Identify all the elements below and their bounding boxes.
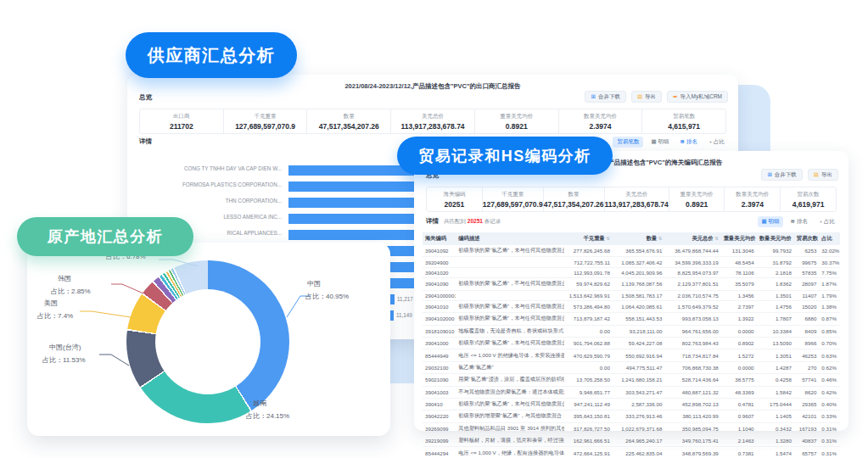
table-cell: 1.5272	[721, 349, 757, 361]
view-toggle-明细[interactable]: ▦明细	[758, 216, 782, 227]
export-button[interactable]: ▤导出	[631, 91, 662, 103]
table-cell: 48.5454	[721, 257, 757, 267]
sort-icon[interactable]: ⇅	[657, 236, 662, 241]
table-cell: 34,599,396,333.19	[664, 257, 720, 267]
table-row[interactable]: 39041020112,993,091.784,045,201,909.968,…	[423, 267, 840, 277]
table-cell: 2,129,377,801.51	[664, 278, 720, 290]
merge-download-button[interactable]: ⊞合并下载	[585, 91, 625, 103]
column-header-7[interactable]: 贸易次数 ⇅	[794, 232, 820, 245]
table-cell: 3918109010	[423, 325, 456, 337]
table-row[interactable]: 3904102000初级形状的聚“氯乙烯”，未与任何其他物质混合：悬浮级 PVC…	[423, 313, 840, 325]
sort-icon[interactable]: ⇅	[818, 236, 819, 241]
toggle-icon: ≣	[680, 138, 685, 145]
summary-stat-label: 重量美元均价	[680, 191, 714, 198]
table-cell: 塑料板材，片材，薄膜，箔片和条带，经过强化，层压，支撑或与其他..	[456, 435, 564, 447]
summary-stat-label: 贸易次数	[798, 191, 820, 198]
table-cell: 1,022,679,371.68	[613, 422, 665, 434]
table-cell: 0.4781	[721, 398, 757, 410]
detail-label: 详情	[139, 137, 152, 146]
table-cell: 85444294	[423, 447, 456, 458]
export-button[interactable]: ▤导出	[808, 169, 838, 181]
view-toggle-排名[interactable]: ≣排名	[787, 216, 811, 227]
overview-label: 总览	[139, 93, 152, 102]
table-cell: 162,961,666.51	[564, 435, 613, 447]
bar-category-label: CONG TY TNHH DAY VA CAP DIEN W...	[136, 165, 282, 171]
table-row[interactable]: 390410初级形式的聚“氯乙烯”，未与任何其他物质混合 + 未指明本级份量 +…	[423, 398, 840, 410]
table-cell: 39041020	[423, 267, 456, 277]
leader-taiwan	[99, 355, 129, 366]
column-header-3[interactable]: 数量 ⇅	[613, 232, 665, 245]
table-row[interactable]: 3918109010地板覆盖物，无论是否自粘，卷状或砖块形式，以及墙壁或天花板覆…	[423, 325, 840, 337]
toggle-label: 排名	[797, 218, 808, 226]
table-row[interactable]: 39269099其他塑料制品和品目 3901 至 3914 所列的其他材料制品（…	[423, 422, 840, 434]
summary-stat-value: 4,615,971	[668, 122, 700, 131]
table-row[interactable]: 39041092初级形状的聚“氯乙烯”，未与任何其他物质混合：其他：粉末277,…	[423, 245, 840, 257]
origin-summary-panel: 占比：6.78% 韩国 占比：2.85% 美国 占比：7.4% 中国(台湾) 占…	[27, 243, 390, 436]
view-toggle-占比[interactable]: ◔占比	[705, 137, 728, 148]
table-cell: 初级形式的聚“氯乙烯”，未与任何其他物质混合 + 未指明浓缩份量 +	[456, 338, 564, 349]
sort-icon[interactable]: ⇅	[605, 236, 610, 241]
table-cell: 40837	[794, 435, 820, 447]
table-cell: 0.70%	[819, 338, 840, 349]
table-row[interactable]: 85444294电压 <= 1,000 V，绝缘，配有连接器的电导体，其他：电压…	[423, 447, 840, 458]
table-cell: 303,543,271.47	[613, 386, 665, 398]
table-row[interactable]: 59021090用聚“氯乙烯”浸渍，涂层，覆盖或层压的纺织织物（不包括用聚“氯乙…	[423, 374, 840, 386]
toggle-label: 占比	[714, 138, 725, 146]
merge-download-button[interactable]: ⊞合并下载	[761, 169, 802, 181]
badge-supplier-analysis: 供应商汇总分析	[126, 32, 297, 78]
summary-stat-label: 重量美元均价	[500, 113, 533, 120]
table-cell: 480,887,121.32	[664, 386, 720, 398]
column-header-4[interactable]: 美元总价 ⇅	[664, 232, 720, 245]
summary-stat-label: 数量	[344, 113, 355, 120]
table-cell: 713,879,187.42	[564, 313, 613, 325]
table-row[interactable]: 39042220初级形状的增塑聚“氯乙烯”，与其他物质混合：颗粒395,643,…	[423, 411, 840, 422]
button-label: 导出	[645, 93, 656, 100]
table-cell: 不与其他物质混合的聚氯乙烯：通过本体或悬浮聚合工艺获得的聚氯乙..	[456, 386, 564, 398]
table-row[interactable]: 29032100氯乙烯“氯乙烯”0.00494,775,511.47706,86…	[423, 361, 840, 373]
donut-label-usa: 美国 占比：7.4%	[37, 297, 73, 322]
column-header-8: 占比	[819, 232, 840, 245]
badge-trade-hs-analysis: 贸易记录和HS编码分析	[397, 137, 613, 175]
table-cell: 494,775,511.47	[613, 361, 665, 373]
table-cell: 558,151,443.53	[613, 313, 665, 325]
table-cell: 2.1463	[721, 435, 757, 447]
table-cell: 112,993,091.78	[564, 267, 613, 277]
table-row[interactable]: 39041003不与其他物质混合的聚氯乙烯：通过本体或悬浮聚合工艺获得的聚氯乙.…	[423, 386, 840, 398]
sort-icon[interactable]: ⇅	[714, 236, 719, 241]
table-row[interactable]: 39041000初级形式的聚“氯乙烯”，未与任何其他物质混合 + 未指明浓缩份量…	[423, 338, 840, 349]
table-cell: 30.37%	[819, 257, 840, 267]
table-cell: 901,794,062.88	[564, 338, 613, 349]
table-cell: 1.3051	[757, 349, 794, 361]
import-crm-button[interactable]: ➦导入My私域CRM	[667, 91, 728, 103]
summary-stat-label: 千克重量	[501, 191, 524, 198]
toggle-icon: ◔	[708, 139, 712, 145]
view-toggle-明细[interactable]: ▦明细	[647, 137, 672, 148]
column-header-6: 数量美元均价	[757, 232, 794, 245]
table-cell: 528,714,436.64	[664, 374, 720, 386]
table-cell: 初级形状的增塑聚“氯乙烯”，与其他物质混合：颗粒	[456, 411, 564, 422]
table-row[interactable]: 39041010初级形状的聚“氯乙烯”，未与任何其他物质混合：乳液级 PVC 树…	[423, 300, 840, 312]
table-row[interactable]: 85444949电压 <= 1,000 V 的绝缘电导体，未安装连接器，其他绝缘…	[423, 349, 840, 361]
download-icon: ⊞	[591, 94, 595, 100]
view-toggle-占比[interactable]: ◔占比	[815, 216, 838, 227]
table-cell: 地板覆盖物，无论是否自粘，卷状或砖块形式，以及墙壁或天花板覆盖..	[456, 325, 564, 337]
table-header-row: 海关编码编码描述千克重量 ⇅数量 ⇅美元总价 ⇅重量美元均价数量美元均价贸易次数…	[423, 232, 840, 245]
table-cell: 0.40%	[819, 398, 840, 410]
table-cell: 初级形状的聚“氯乙烯”，未与任何其他物质混合：悬浮级 PVC 树脂	[456, 313, 564, 325]
table-cell: 39041092	[423, 245, 456, 257]
match-count-text: 共匹配到 20251 条记录	[444, 218, 501, 226]
table-cell: 0.33%	[819, 411, 840, 422]
table-row[interactable]: 39219099塑料板材，片材，薄膜，箔片和条带，经过强化，层压，支撑或与其他.…	[423, 435, 840, 447]
table-cell	[456, 267, 564, 277]
donut-label-taiwan: 中国(台湾) 占比：11.53%	[42, 341, 86, 366]
column-header-2[interactable]: 千克重量 ⇅	[564, 232, 613, 245]
metric-chip-1[interactable]: 贸易笔数	[613, 137, 643, 148]
table-row[interactable]: 39204900712,722,755.111,085,327,406.4234…	[423, 257, 840, 267]
view-toggle-排名[interactable]: ≣排名	[677, 137, 701, 148]
table-cell: 470,629,590.79	[564, 349, 613, 361]
table-row[interactable]: 39041090初级形状的聚“氯乙烯”，不与任何其他物质混合：其他等（氯乙烯）.…	[423, 278, 840, 290]
table-row[interactable]: 2904100000191,513,642,969.911,508,581,78…	[423, 290, 840, 300]
table-cell: 初级形状的聚“氯乙烯”，未与任何其他物质混合：其他：粉末	[456, 245, 564, 257]
table-cell: 57835	[794, 267, 820, 277]
summary-stat: 数量47,517,354,207.26	[543, 187, 604, 211]
